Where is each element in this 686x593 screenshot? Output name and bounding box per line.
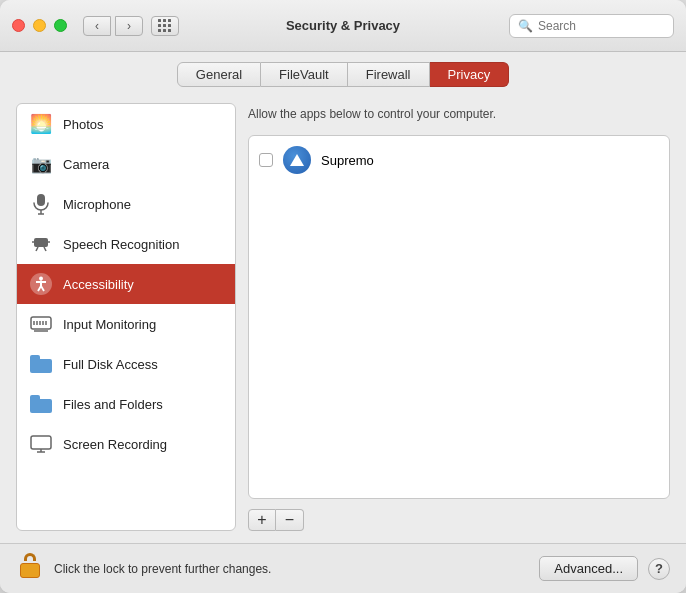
back-button[interactable]: ‹ bbox=[83, 16, 111, 36]
footer: Click the lock to prevent further change… bbox=[0, 543, 686, 593]
svg-point-6 bbox=[39, 277, 43, 281]
sidebar-item-photos[interactable]: 🌅 Photos bbox=[17, 104, 235, 144]
grid-button[interactable] bbox=[151, 16, 179, 36]
svg-rect-18 bbox=[31, 436, 51, 449]
full-disk-icon bbox=[29, 352, 53, 376]
speech-icon bbox=[29, 232, 53, 256]
window: ‹ › Security & Privacy 🔍 General FileVau… bbox=[0, 0, 686, 593]
sidebar-item-input-monitoring[interactable]: Input Monitoring bbox=[17, 304, 235, 344]
svg-rect-0 bbox=[37, 194, 45, 206]
sidebar-item-microphone[interactable]: Microphone bbox=[17, 184, 235, 224]
microphone-icon bbox=[29, 192, 53, 216]
sidebar-item-full-disk-access[interactable]: Full Disk Access bbox=[17, 344, 235, 384]
sidebar-item-accessibility[interactable]: Accessibility bbox=[17, 264, 235, 304]
files-folders-icon bbox=[29, 392, 53, 416]
lock-icon[interactable] bbox=[16, 553, 44, 585]
sidebar-label-input-monitoring: Input Monitoring bbox=[63, 317, 156, 332]
nav-buttons: ‹ › bbox=[83, 16, 143, 36]
list-actions: + − bbox=[248, 509, 670, 531]
sidebar-item-files-and-folders[interactable]: Files and Folders bbox=[17, 384, 235, 424]
tab-privacy[interactable]: Privacy bbox=[430, 62, 510, 87]
accessibility-icon bbox=[29, 272, 53, 296]
screen-recording-icon bbox=[29, 432, 53, 456]
forward-button[interactable]: › bbox=[115, 16, 143, 36]
window-title: Security & Privacy bbox=[286, 18, 400, 33]
help-button[interactable]: ? bbox=[648, 558, 670, 580]
sidebar-label-full-disk-access: Full Disk Access bbox=[63, 357, 158, 372]
supremo-logo bbox=[283, 146, 311, 174]
remove-app-button[interactable]: − bbox=[276, 509, 304, 531]
sidebar-label-microphone: Microphone bbox=[63, 197, 131, 212]
lock-shackle bbox=[24, 553, 36, 561]
lock-text: Click the lock to prevent further change… bbox=[54, 562, 529, 576]
app-checkbox-supremo[interactable] bbox=[259, 153, 273, 167]
advanced-button[interactable]: Advanced... bbox=[539, 556, 638, 581]
svg-line-10 bbox=[41, 286, 44, 291]
tab-filevault[interactable]: FileVault bbox=[261, 62, 348, 87]
grid-icon bbox=[158, 19, 172, 33]
sidebar-label-accessibility: Accessibility bbox=[63, 277, 134, 292]
maximize-button[interactable] bbox=[54, 19, 67, 32]
titlebar: ‹ › Security & Privacy 🔍 bbox=[0, 0, 686, 52]
sidebar-label-speech-recognition: Speech Recognition bbox=[63, 237, 179, 252]
sidebar-item-speech-recognition[interactable]: Speech Recognition bbox=[17, 224, 235, 264]
add-app-button[interactable]: + bbox=[248, 509, 276, 531]
search-box[interactable]: 🔍 bbox=[509, 14, 674, 38]
tab-general[interactable]: General bbox=[177, 62, 261, 87]
lock-body bbox=[20, 563, 40, 578]
panel-description: Allow the apps below to control your com… bbox=[248, 103, 670, 125]
tabs-bar: General FileVault Firewall Privacy bbox=[0, 52, 686, 95]
photos-icon: 🌅 bbox=[29, 112, 53, 136]
sidebar-label-camera: Camera bbox=[63, 157, 109, 172]
tab-firewall[interactable]: Firewall bbox=[348, 62, 430, 87]
minimize-button[interactable] bbox=[33, 19, 46, 32]
sidebar-label-files-and-folders: Files and Folders bbox=[63, 397, 163, 412]
camera-icon: 📷 bbox=[29, 152, 53, 176]
sidebar-item-screen-recording[interactable]: Screen Recording bbox=[17, 424, 235, 464]
traffic-lights bbox=[12, 19, 67, 32]
search-icon: 🔍 bbox=[518, 19, 533, 33]
table-row: Supremo bbox=[249, 140, 669, 180]
input-monitoring-icon bbox=[29, 312, 53, 336]
sidebar-label-photos: Photos bbox=[63, 117, 103, 132]
right-panel: Allow the apps below to control your com… bbox=[248, 103, 670, 531]
search-input[interactable] bbox=[538, 19, 665, 33]
main-content: 🌅 Photos 📷 Camera Microphone bbox=[0, 95, 686, 543]
sidebar: 🌅 Photos 📷 Camera Microphone bbox=[16, 103, 236, 531]
sidebar-item-camera[interactable]: 📷 Camera bbox=[17, 144, 235, 184]
close-button[interactable] bbox=[12, 19, 25, 32]
app-name-supremo: Supremo bbox=[321, 153, 374, 168]
apps-list: Supremo bbox=[248, 135, 670, 499]
svg-rect-3 bbox=[34, 238, 48, 247]
sidebar-label-screen-recording: Screen Recording bbox=[63, 437, 167, 452]
